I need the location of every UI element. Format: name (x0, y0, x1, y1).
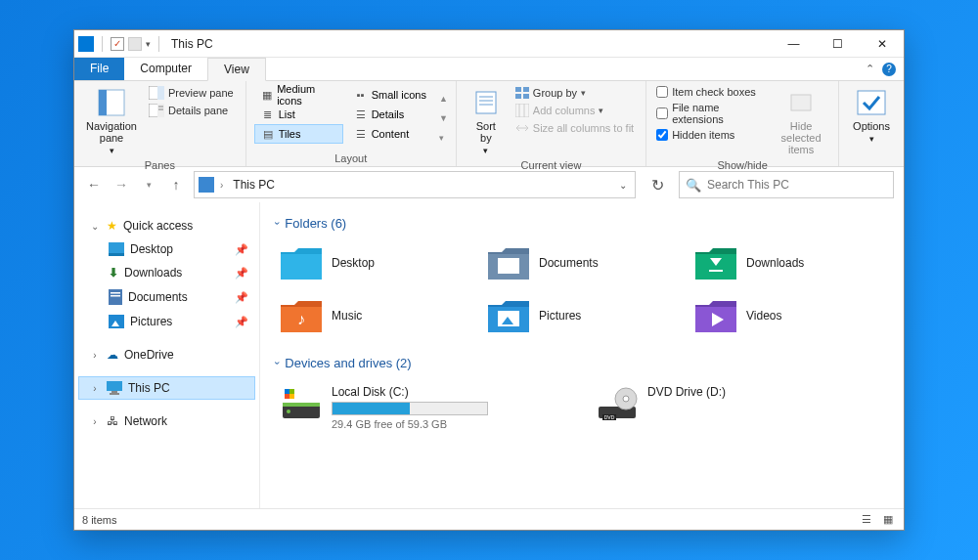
folder-downloads[interactable]: Downloads (690, 240, 888, 285)
expand-icon[interactable]: › (89, 416, 101, 427)
address-dropdown-icon[interactable]: ⌄ (615, 180, 631, 191)
videos-folder-icon (695, 298, 736, 333)
sidebar-quick-access[interactable]: ⌄ ★ Quick access (78, 214, 255, 237)
search-icon: 🔍 (686, 178, 701, 193)
sidebar-downloads[interactable]: ⬇ Downloads📌 (78, 261, 255, 284)
pin-icon: 📌 (235, 243, 248, 256)
svg-rect-20 (791, 95, 811, 110)
sidebar-this-pc[interactable]: › This PC (78, 376, 255, 400)
sidebar-network[interactable]: › 🖧 Network (78, 409, 255, 433)
chevron-right-icon[interactable]: › (220, 180, 223, 191)
up-button[interactable]: ↑ (166, 177, 186, 193)
refresh-button[interactable]: ↻ (644, 171, 671, 198)
svg-rect-50 (285, 394, 289, 399)
desktop-folder-icon (281, 245, 322, 280)
window-buttons: — ☐ ✕ (772, 30, 904, 58)
tiles-view-icon[interactable]: ▦ (880, 513, 896, 526)
size-columns-button: Size all columns to fit (511, 120, 638, 136)
window-title: This PC (171, 37, 213, 51)
drive-dvd-d[interactable]: DVD DVD Drive (D:) (592, 380, 888, 435)
layout-tiles[interactable]: ▤Tiles (254, 124, 343, 144)
view-toggles: ☰ ▦ (859, 513, 896, 526)
quick-access-toolbar: ✓ ▾ (74, 36, 163, 52)
close-button[interactable]: ✕ (860, 30, 904, 58)
documents-folder-icon (488, 245, 529, 280)
preview-pane-button[interactable]: Preview pane (145, 85, 238, 101)
details-pane-button[interactable]: Details pane (145, 103, 238, 118)
tab-file[interactable]: File (74, 58, 124, 81)
maximize-button[interactable]: ☐ (816, 30, 860, 58)
folder-music[interactable]: ♪ Music (276, 293, 473, 338)
layout-expand-icon[interactable]: ▾ (439, 133, 448, 143)
group-by-button[interactable]: Group by (511, 85, 638, 101)
search-input[interactable] (707, 178, 887, 192)
body: ⌄ ★ Quick access Desktop📌 ⬇ Downloads📌 D… (74, 202, 904, 508)
navigation-tree: ⌄ ★ Quick access Desktop📌 ⬇ Downloads📌 D… (74, 202, 260, 508)
layout-content[interactable]: ☰Content (347, 124, 433, 144)
sort-by-button[interactable]: Sort by ▾ (465, 85, 508, 157)
content-area: › Folders (6) Desktop Documents Download… (260, 202, 904, 508)
svg-text:♪: ♪ (297, 311, 305, 327)
group-current-view: Sort by ▾ Group by Add columns Size all … (457, 81, 646, 166)
layout-scroll-up-icon[interactable]: ▲ (439, 94, 448, 104)
pin-icon: 📌 (235, 316, 248, 328)
expand-icon[interactable]: › (89, 383, 101, 394)
svg-rect-49 (289, 389, 294, 394)
small-icons-icon: ▪▪ (354, 88, 368, 102)
qat-folder-icon[interactable] (128, 37, 142, 51)
help-icon[interactable]: ? (882, 63, 896, 76)
collapse-ribbon-icon[interactable]: ⌃ (866, 63, 874, 75)
history-dropdown-icon[interactable]: ▾ (139, 180, 158, 190)
drive-local-c[interactable]: Local Disk (C:) 29.4 GB free of 59.3 GB (276, 380, 572, 435)
section-folders-header[interactable]: › Folders (6) (276, 216, 888, 231)
svg-rect-15 (523, 94, 529, 99)
svg-point-54 (623, 396, 629, 402)
folder-videos[interactable]: Videos (690, 293, 888, 338)
sidebar-desktop[interactable]: Desktop📌 (78, 237, 255, 261)
hide-selected-button[interactable]: Hide selected items (772, 85, 830, 157)
address-bar[interactable]: › This PC ⌄ (194, 171, 636, 198)
star-icon: ★ (107, 219, 117, 233)
navigation-pane-button[interactable]: Navigation pane ▾ (82, 85, 141, 157)
details-view-icon[interactable]: ☰ (859, 513, 874, 526)
group-label (847, 151, 896, 164)
minimize-button[interactable]: — (772, 30, 816, 58)
dvd-drive-icon: DVD (597, 385, 638, 426)
svg-rect-12 (515, 87, 521, 92)
folder-desktop[interactable]: Desktop (276, 240, 473, 285)
hidden-items-toggle[interactable]: Hidden items (654, 128, 768, 142)
tab-computer[interactable]: Computer (124, 58, 207, 81)
forward-button[interactable]: → (111, 177, 131, 193)
breadcrumb[interactable]: This PC (229, 178, 279, 192)
layout-small-icons[interactable]: ▪▪Small icons (347, 85, 433, 105)
qat-checkbox-icon[interactable]: ✓ (111, 37, 124, 51)
music-folder-icon: ♪ (281, 298, 322, 333)
tab-view[interactable]: View (207, 58, 266, 81)
expand-icon[interactable]: › (89, 350, 101, 361)
layout-list[interactable]: ≣List (254, 105, 343, 124)
qat-dropdown-icon[interactable]: ▾ (146, 39, 151, 49)
section-drives-header[interactable]: › Devices and drives (2) (276, 356, 888, 370)
options-button[interactable]: Options ▾ (847, 85, 896, 146)
layout-medium-icons[interactable]: ▦Medium icons (254, 85, 343, 105)
folder-documents[interactable]: Documents (483, 240, 681, 285)
item-checkboxes-toggle[interactable]: Item check boxes (654, 85, 768, 99)
svg-rect-46 (283, 403, 320, 407)
navigation-pane-icon (96, 87, 127, 118)
folder-pictures[interactable]: Pictures (483, 293, 681, 338)
sidebar-documents[interactable]: Documents📌 (78, 284, 255, 310)
expand-icon[interactable]: ⌄ (89, 221, 101, 232)
svg-rect-21 (858, 91, 885, 114)
file-extensions-toggle[interactable]: File name extensions (654, 101, 768, 126)
layout-details[interactable]: ☰Details (347, 105, 433, 124)
svg-rect-26 (111, 295, 120, 297)
layout-scroll-down-icon[interactable]: ▼ (439, 113, 448, 123)
app-icon (78, 36, 94, 52)
svg-rect-8 (476, 92, 496, 113)
sidebar-pictures[interactable]: Pictures📌 (78, 310, 255, 333)
group-label: Layout (254, 151, 448, 164)
downloads-folder-icon (695, 245, 736, 280)
sidebar-onedrive[interactable]: › ☁ OneDrive (78, 343, 255, 366)
search-box[interactable]: 🔍 (679, 171, 894, 198)
back-button[interactable]: ← (84, 177, 104, 193)
